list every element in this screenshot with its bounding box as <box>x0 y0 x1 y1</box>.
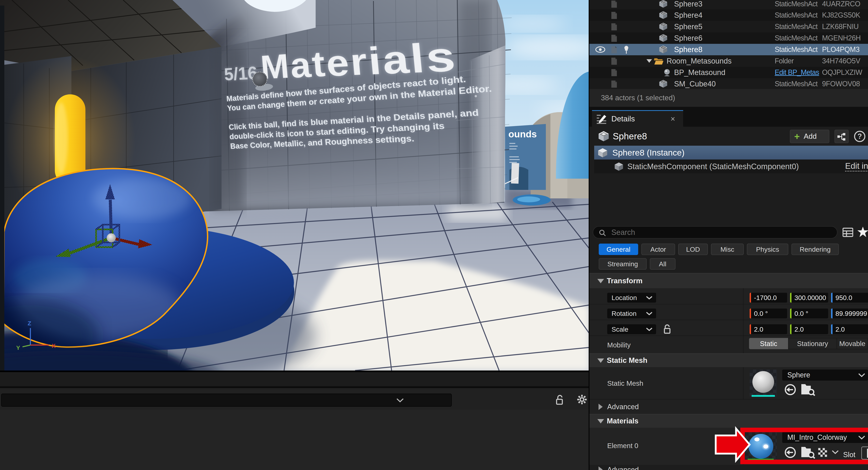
svg-text:?: ? <box>858 132 862 140</box>
svg-text:X: X <box>52 343 56 349</box>
svg-text:Z: Z <box>28 320 31 326</box>
svg-text:Y: Y <box>16 345 20 351</box>
